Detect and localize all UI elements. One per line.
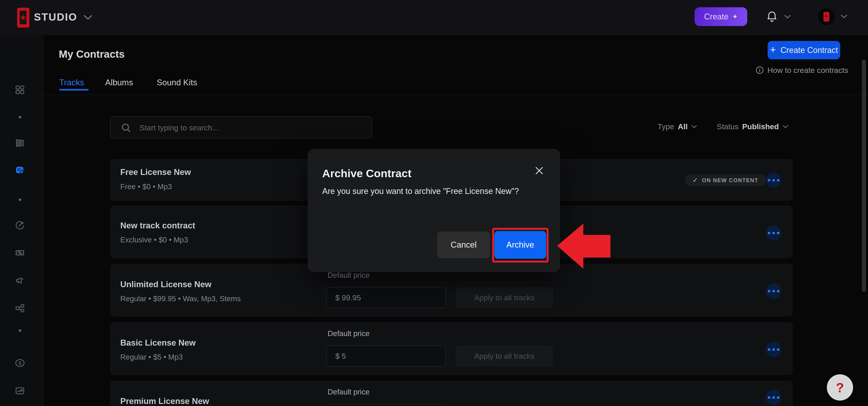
search-box [110, 116, 372, 139]
sidebar-item-contracts[interactable] [15, 165, 25, 175]
analytics-chart-icon [15, 386, 25, 396]
contract-title: New track contract [120, 221, 195, 230]
check-icon: ✓ [692, 176, 698, 184]
tabs-divider [43, 95, 868, 95]
contract-subtitle: Exclusive • $0 • Mp3 [120, 236, 188, 244]
status-filter-value: Published [742, 122, 779, 131]
sidebar: $ [0, 35, 43, 406]
how-to-label: How to create contracts [767, 66, 848, 75]
create-contract-label: Create Contract [780, 46, 838, 55]
apply-to-all-tracks-button[interactable]: Apply to all tracks [456, 287, 553, 308]
contract-subtitle: Regular • $5 • Mp3 [120, 353, 183, 361]
annotation-arrow-icon [552, 217, 615, 274]
plus-icon: + [770, 44, 776, 56]
create-contract-button[interactable]: + Create Contract [768, 41, 840, 59]
search-input[interactable] [139, 117, 364, 139]
contract-title: Unlimited License New [120, 280, 211, 289]
notifications-chevron-down-icon[interactable] [784, 15, 791, 19]
row-more-options-button[interactable] [766, 342, 781, 357]
annotation-highlight-box [492, 228, 549, 263]
tab-sound-kits[interactable]: Sound Kits [157, 78, 197, 87]
tab-tracks[interactable]: Tracks [59, 78, 84, 87]
sidebar-item-dashboard[interactable] [15, 85, 25, 95]
default-price-label: Default price [328, 388, 369, 396]
sidebar-item-performance[interactable] [15, 220, 25, 230]
svg-text:$: $ [19, 360, 21, 366]
avatar-logo-icon [824, 12, 829, 22]
sidebar-separator-dot [19, 329, 21, 332]
brand-chevron-down-icon[interactable] [84, 15, 92, 20]
avatar[interactable] [818, 8, 835, 25]
notifications-bell-icon[interactable] [766, 10, 778, 24]
badge-label: ON NEW CONTENT [702, 177, 758, 183]
cancel-button[interactable]: Cancel [437, 232, 490, 258]
megaphone-icon [15, 275, 25, 286]
modal-message: Are you sure you want to archive "Free L… [322, 186, 546, 196]
modal-title: Archive Contract [322, 167, 411, 180]
top-bar: ★ STUDIO Create ✦ [0, 0, 868, 35]
sidebar-item-earnings[interactable]: $ [15, 358, 25, 368]
type-filter-label: Type [657, 122, 674, 131]
sidebar-item-referrals[interactable] [15, 303, 25, 314]
modal-close-button[interactable] [534, 165, 545, 176]
contract-title: Basic License New [120, 338, 195, 348]
sidebar-item-coupons[interactable] [15, 248, 25, 258]
contract-row-basic-license: Basic License New Regular • $5 • Mp3 Def… [110, 322, 793, 375]
page-title: My Contracts [59, 48, 125, 60]
row-more-options-button[interactable] [766, 283, 781, 299]
active-tab-underline [59, 89, 89, 90]
apply-to-all-tracks-button[interactable]: Apply to all tracks [456, 346, 553, 367]
sidebar-separator-dot [19, 199, 21, 201]
contract-row-premium-license: Premium License New Default price [110, 381, 793, 406]
create-button-label: Create [704, 12, 728, 22]
info-icon [755, 66, 764, 75]
gauge-icon [15, 220, 25, 230]
sidebar-item-sounds[interactable] [15, 138, 25, 148]
account-chevron-down-icon[interactable] [841, 14, 847, 19]
type-chevron-down-icon [691, 125, 697, 128]
contract-title: Free License New [120, 168, 191, 177]
sidebar-item-analytics[interactable] [15, 386, 25, 396]
row-more-options-button[interactable] [766, 172, 781, 188]
create-button[interactable]: Create ✦ [694, 7, 747, 26]
dollar-circle-icon: $ [15, 358, 25, 368]
beatstars-star-icon: ★ [20, 11, 27, 24]
type-filter-value: All [678, 122, 688, 131]
contract-subtitle: Regular • $99.95 • Wav, Mp3, Stems [120, 294, 241, 303]
status-filter-label: Status [717, 122, 739, 131]
default-price-label: Default price [328, 329, 369, 338]
contract-subtitle: Free • $0 • Mp3 [120, 182, 172, 191]
vertical-scrollbar-thumb[interactable] [862, 60, 866, 292]
type-filter-dropdown[interactable]: Type All [657, 122, 697, 131]
beatstars-studio-app: ★ STUDIO Create ✦ [0, 0, 868, 406]
sounds-library-icon [15, 138, 25, 148]
search-icon [121, 122, 132, 134]
default-price-input[interactable] [326, 346, 446, 367]
brand-label: STUDIO [34, 11, 77, 23]
coupon-ticket-icon [15, 248, 25, 258]
sidebar-item-promote[interactable] [15, 275, 25, 286]
default-price-label: Default price [328, 271, 369, 280]
contract-title: Premium License New [120, 397, 209, 406]
close-icon [534, 165, 545, 176]
row-more-options-button[interactable] [766, 225, 781, 240]
sidebar-separator-dot [19, 116, 21, 118]
status-filter-dropdown[interactable]: Status Published [717, 122, 788, 131]
default-price-input[interactable] [326, 404, 446, 406]
how-to-create-contracts-link[interactable]: How to create contracts [755, 66, 848, 75]
status-chevron-down-icon [782, 125, 788, 128]
help-button[interactable]: ? [827, 374, 853, 401]
contracts-icon [15, 165, 25, 175]
row-more-options-button[interactable] [766, 390, 781, 405]
sparkle-icon: ✦ [732, 13, 738, 21]
dashboard-grid-icon [15, 85, 25, 95]
default-price-input[interactable] [326, 287, 446, 308]
beatstars-logo[interactable]: ★ [17, 8, 29, 28]
tab-albums[interactable]: Albums [105, 78, 133, 87]
on-new-content-badge: ✓ ON NEW CONTENT [685, 174, 766, 186]
referrals-network-icon [15, 303, 25, 314]
